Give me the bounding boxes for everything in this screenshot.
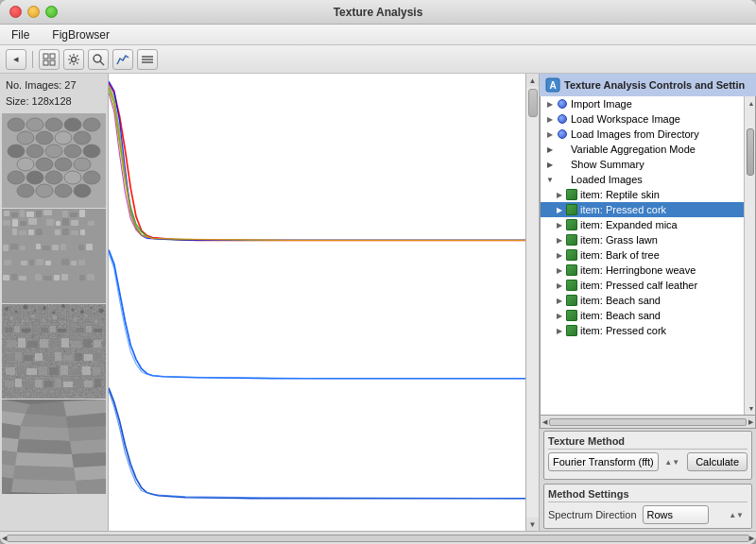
h-scroll-left[interactable]: ◀	[542, 418, 547, 426]
svg-point-120	[31, 314, 35, 318]
menu-figbrowser[interactable]: FigBrowser	[48, 27, 113, 42]
scroll-track[interactable]	[526, 87, 539, 518]
tree-pressed-cork-2[interactable]: ▶ item: Pressed cork	[541, 323, 744, 338]
svg-rect-58	[71, 220, 78, 226]
tree-expanded-mica[interactable]: ▶ item: Expanded mica	[541, 217, 744, 232]
tree-load-workspace[interactable]: ▶ Load Workspace Image	[541, 111, 744, 127]
thumbnail-4[interactable]	[2, 400, 106, 494]
svg-point-29	[8, 171, 25, 184]
minimize-button[interactable]	[27, 6, 40, 18]
svg-rect-95	[11, 274, 17, 280]
thumbnail-3[interactable]	[2, 304, 106, 399]
svg-rect-63	[19, 230, 26, 235]
tree-h-scrollbar[interactable]: ◀ ▶	[540, 416, 756, 429]
tree-scroll-up[interactable]: ▲	[745, 96, 756, 110]
h-scroll-right[interactable]: ▶	[748, 418, 753, 426]
svg-point-32	[64, 171, 81, 184]
tree-pressed-cork[interactable]: ▶ item: Pressed cork	[541, 202, 744, 217]
method-select[interactable]: Fourier Transform (fft) Co-occurrence Ma…	[548, 452, 659, 471]
gear-icon	[67, 53, 80, 66]
window-title: Texture Analysis	[334, 6, 423, 19]
maximize-button[interactable]	[45, 6, 58, 18]
svg-rect-156	[94, 352, 101, 361]
tree-loaded-images[interactable]: ▼ Loaded Images	[541, 172, 744, 187]
tree-load-dir[interactable]: ▶ Load Images from Directory	[541, 127, 744, 142]
tree-arrow-calf: ▶	[554, 280, 565, 291]
settings-row: Spectrum Direction Rows Columns Both ▲▼	[548, 505, 747, 524]
beach1-icon	[565, 294, 578, 307]
tree-scroll-track[interactable]	[745, 110, 755, 401]
image-size: Size: 128x128	[6, 94, 102, 110]
tree-bark[interactable]: ▶ item: Bark of tree	[541, 247, 744, 263]
svg-point-12	[26, 118, 43, 131]
tree-calf-leather[interactable]: ▶ item: Pressed calf leather	[541, 278, 744, 293]
thumbnail-1[interactable]	[2, 113, 106, 208]
svg-point-26	[36, 158, 53, 171]
toolbar-zoom-btn[interactable]	[88, 49, 109, 70]
beach1-label: item: Beach sand	[580, 295, 661, 306]
svg-point-125	[85, 314, 88, 317]
svg-rect-72	[3, 245, 9, 251]
tree-arrow-cork2: ▶	[554, 325, 565, 336]
toolbar-menu-btn[interactable]	[137, 49, 158, 70]
toolbar-settings-btn[interactable]	[63, 49, 84, 70]
chart-scrollbar-v[interactable]: ▲ ▼	[525, 74, 539, 531]
tree-arrow-import: ▶	[544, 98, 556, 110]
scroll-thumb[interactable]	[528, 89, 538, 117]
main-h-scrollbar[interactable]: ◀ ▶	[0, 531, 756, 544]
svg-rect-68	[62, 229, 69, 235]
svg-point-122	[53, 315, 58, 320]
scroll-down-arrow[interactable]: ▼	[526, 518, 540, 531]
thumbnail-2[interactable]	[2, 209, 106, 303]
tree-herringbone[interactable]: ▶ item: Herringbone weave	[541, 263, 744, 278]
svg-point-5	[94, 55, 101, 62]
svg-rect-40	[11, 212, 18, 217]
reptile-label: item: Reptile skin	[580, 189, 660, 200]
tree-beach-sand-1[interactable]: ▶ item: Beach sand	[541, 293, 744, 308]
tree-scroll-thumb[interactable]	[747, 128, 754, 176]
cork2-label: item: Pressed cork	[580, 325, 666, 336]
svg-point-121	[43, 319, 45, 322]
h-scroll-track[interactable]	[549, 418, 747, 426]
tree-import-image[interactable]: ▶ Import Image	[541, 96, 744, 111]
scroll-up-arrow[interactable]: ▲	[526, 74, 540, 87]
svg-marker-184	[19, 426, 70, 441]
image-strip: No. Images: 27 Size: 128x128	[0, 74, 109, 531]
loaded-icon	[556, 173, 569, 186]
svg-rect-3	[50, 60, 55, 65]
svg-marker-187	[17, 439, 72, 454]
tree-arrow-loaded: ▼	[544, 174, 556, 185]
svg-rect-74	[20, 246, 26, 250]
method-select-arrow: ▲▼	[664, 458, 679, 467]
tree-variable-agg[interactable]: ▶ Variable Aggregation Mode	[541, 142, 744, 157]
tree-show-summary[interactable]: ▶ Show Summary	[541, 157, 744, 172]
tree-scroll-down[interactable]: ▼	[745, 401, 756, 415]
svg-rect-90	[61, 259, 69, 265]
main-h-right[interactable]: ▶	[749, 535, 754, 542]
svg-rect-57	[62, 218, 69, 226]
calculate-button[interactable]: Calculate	[687, 452, 747, 471]
svg-rect-79	[60, 244, 66, 250]
main-h-track[interactable]	[7, 535, 749, 542]
tree-reptile[interactable]: ▶ item: Reptile skin	[541, 187, 744, 202]
svg-point-124	[74, 317, 77, 321]
beach2-icon	[565, 309, 578, 322]
titlebar: Texture Analysis	[0, 0, 756, 25]
spectrum-select[interactable]: Rows Columns Both	[643, 505, 709, 524]
close-button[interactable]	[9, 6, 22, 18]
tree-grass-lawn[interactable]: ▶ item: Grass lawn	[541, 232, 744, 247]
toolbar-grid-btn[interactable]	[39, 49, 60, 70]
controls-icon: A	[545, 77, 560, 93]
svg-rect-159	[26, 368, 37, 375]
svg-point-113	[61, 304, 65, 308]
svg-rect-41	[20, 210, 25, 217]
svg-marker-194	[74, 466, 106, 481]
import-icon	[556, 97, 569, 110]
cork-icon	[565, 203, 578, 216]
svg-marker-189	[2, 450, 17, 466]
menu-file[interactable]: File	[8, 27, 33, 42]
tree-scrollbar[interactable]: ▲ ▼	[744, 96, 755, 415]
toolbar-back-btn[interactable]: ◂	[6, 49, 26, 70]
tree-beach-sand-2[interactable]: ▶ item: Beach sand	[541, 308, 744, 323]
toolbar-chart-btn[interactable]	[112, 49, 133, 70]
